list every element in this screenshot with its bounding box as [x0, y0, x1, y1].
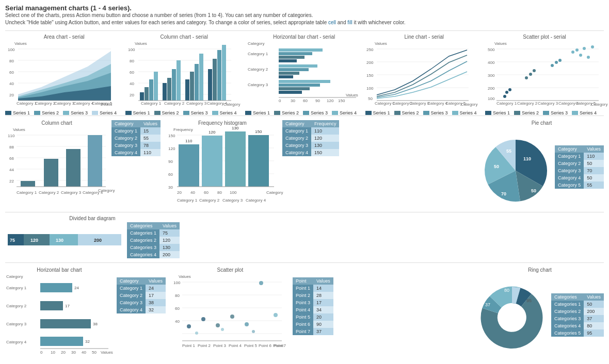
- svg-rect-39: [172, 69, 176, 101]
- svg-text:50: 50: [494, 164, 499, 169]
- table-row[interactable]: Point 317: [293, 299, 333, 306]
- scatter-plot: Scatter plot Values 100 80 60 40: [171, 267, 290, 362]
- svg-rect-70: [279, 91, 302, 94]
- svg-text:24: 24: [74, 286, 79, 290]
- table-row[interactable]: Category 4110: [111, 149, 161, 156]
- table-row[interactable]: Point 434: [293, 306, 333, 313]
- table-row[interactable]: Categories 2200: [551, 308, 604, 315]
- svg-text:Category 5: Category 5: [575, 101, 596, 106]
- svg-text:Category 3: Category 3: [61, 190, 82, 195]
- column-chart: Column chart Values 110 88 66 44 22: [5, 120, 108, 208]
- svg-rect-166: [248, 135, 269, 187]
- line-chart-serial-legend: Series 1 Series 2 Series 3 Series 4: [365, 110, 484, 115]
- column-chart-title: Column chart: [5, 120, 108, 126]
- svg-text:90: 90: [315, 98, 320, 103]
- column-chart-table: CategoryValues Category 115 Category 255…: [111, 120, 161, 156]
- table-row[interactable]: Point 228: [293, 292, 333, 299]
- svg-text:Values: Values: [14, 41, 27, 46]
- svg-text:300: 300: [488, 73, 495, 78]
- svg-text:60: 60: [204, 190, 209, 195]
- scatter-plot-serial-title: Scatter plot - serial: [485, 34, 604, 40]
- svg-rect-201: [40, 319, 91, 328]
- table-row[interactable]: Category 378: [111, 142, 161, 149]
- table-row[interactable]: Category 217: [117, 292, 166, 299]
- svg-text:50: 50: [531, 188, 536, 193]
- svg-point-117: [579, 54, 582, 57]
- scatter-plot-section: Scatter plot Values 100 80 60 40: [171, 267, 471, 362]
- svg-text:400: 400: [488, 60, 495, 65]
- table-row[interactable]: Categories 175: [127, 229, 180, 237]
- table-row[interactable]: Category 1110: [555, 153, 604, 160]
- table-row[interactable]: Categories 595: [551, 329, 604, 337]
- table-row[interactable]: Category 2120: [282, 135, 340, 142]
- hbar-chart-serial-legend: Series 1 Series 2 Series 3 Series 4: [245, 110, 363, 115]
- table-row[interactable]: Category 450: [555, 174, 604, 181]
- svg-text:20: 20: [61, 350, 66, 355]
- svg-rect-199: [40, 301, 63, 310]
- svg-text:95: 95: [526, 298, 532, 303]
- pie-chart-title: Pie chart: [479, 120, 604, 126]
- svg-point-107: [505, 91, 508, 94]
- svg-text:Category 3: Category 3: [248, 82, 268, 87]
- svg-text:50: 50: [92, 350, 97, 355]
- svg-text:150: 150: [255, 129, 262, 134]
- hbar-chart-serial-svg: Category Category 1 Category 2 Category …: [245, 41, 359, 108]
- ring-chart-section: Ring chart 50 200 37: [476, 267, 604, 362]
- svg-text:Category 1: Category 1: [17, 190, 37, 195]
- svg-text:Category 2: Category 2: [35, 101, 56, 106]
- svg-text:50: 50: [523, 292, 528, 297]
- svg-point-106: [503, 95, 506, 98]
- table-row[interactable]: Category 115: [111, 127, 161, 135]
- svg-text:200: 200: [94, 238, 102, 243]
- svg-text:110: 110: [8, 134, 15, 138]
- table-row[interactable]: Point 737: [293, 328, 333, 335]
- table-row[interactable]: Point 690: [293, 321, 333, 328]
- svg-rect-62: [279, 59, 297, 62]
- svg-text:Point 5: Point 5: [244, 343, 257, 348]
- table-row[interactable]: Category 338: [117, 299, 166, 306]
- svg-rect-66: [279, 75, 293, 78]
- table-row[interactable]: Category 124: [117, 285, 166, 292]
- svg-text:Point 4: Point 4: [229, 343, 242, 348]
- svg-text:Category 3: Category 3: [409, 101, 430, 106]
- svg-text:Values: Values: [135, 41, 147, 46]
- table-row[interactable]: Category 370: [555, 167, 604, 174]
- svg-point-232: [252, 330, 255, 333]
- svg-text:Category 5: Category 5: [92, 101, 113, 106]
- svg-text:37: 37: [485, 302, 490, 307]
- table-row[interactable]: Category 1110: [282, 127, 340, 135]
- table-row[interactable]: Category 255: [111, 135, 161, 142]
- table-row[interactable]: Categories 4200: [127, 251, 180, 258]
- table-row[interactable]: Category 250: [555, 160, 604, 167]
- table-row[interactable]: Point 520: [293, 313, 333, 321]
- table-row[interactable]: Category 555: [555, 181, 604, 189]
- svg-text:Category 1: Category 1: [17, 101, 37, 106]
- svg-text:Values: Values: [101, 350, 113, 355]
- table-row[interactable]: Category 3130: [282, 142, 340, 149]
- mid-section: Column chart Values 110 88 66 44 22: [5, 115, 604, 208]
- svg-rect-61: [279, 56, 304, 59]
- svg-text:Category 1: Category 1: [141, 101, 162, 106]
- table-row[interactable]: Categories 150: [551, 301, 604, 308]
- svg-text:500: 500: [488, 47, 495, 52]
- hbar-data-table: CategoryValues Category 124 Category 217…: [117, 277, 166, 313]
- desc1: Select one of the charts, press Action m…: [5, 12, 604, 19]
- svg-text:40: 40: [130, 81, 134, 86]
- table-row[interactable]: Categories 480: [551, 322, 604, 329]
- svg-text:Category 4: Category 4: [207, 101, 228, 106]
- svg-point-227: [245, 322, 249, 326]
- freq-histogram-title: Frequency histogram: [166, 120, 279, 126]
- svg-text:Category 2: Category 2: [164, 101, 185, 106]
- svg-text:88: 88: [9, 145, 14, 150]
- table-row[interactable]: Categories 337: [551, 315, 604, 322]
- column-chart-svg: Values 110 88 66 44 22: [5, 127, 108, 207]
- table-row[interactable]: Category 432: [117, 306, 166, 313]
- svg-text:150: 150: [366, 73, 374, 78]
- table-row[interactable]: Categories 2120: [127, 237, 180, 244]
- table-row[interactable]: Point 114: [293, 285, 333, 292]
- svg-text:200: 200: [488, 86, 495, 91]
- table-row[interactable]: Category 4150: [282, 149, 340, 156]
- svg-text:100: 100: [128, 47, 135, 52]
- table-row[interactable]: Categories 3130: [127, 244, 180, 251]
- svg-text:40: 40: [175, 319, 180, 324]
